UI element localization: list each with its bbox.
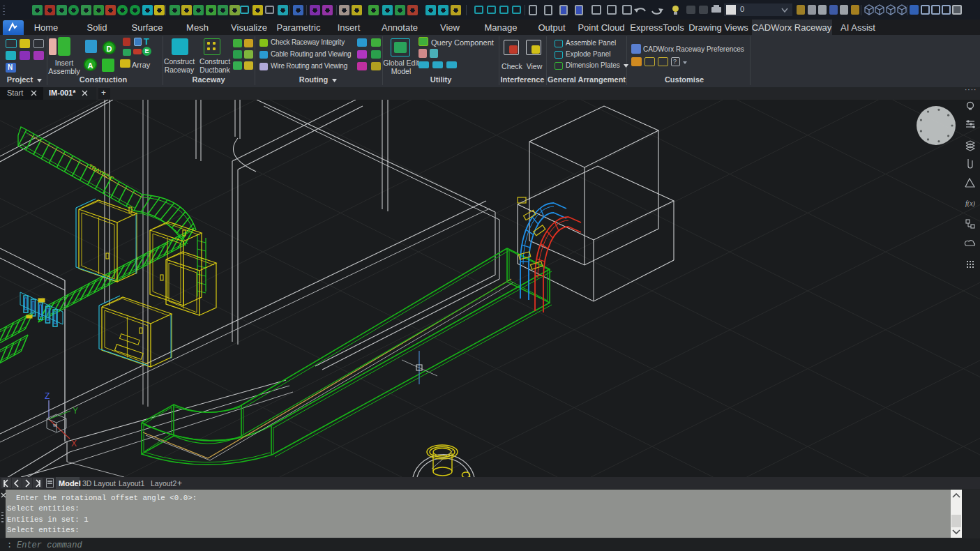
svg-text:X: X xyxy=(71,439,77,448)
svg-text:Y: Y xyxy=(73,406,78,416)
svg-text:w: w xyxy=(52,422,57,428)
svg-text:f(x): f(x) xyxy=(965,199,976,208)
svg-text:Z: Z xyxy=(45,391,50,401)
